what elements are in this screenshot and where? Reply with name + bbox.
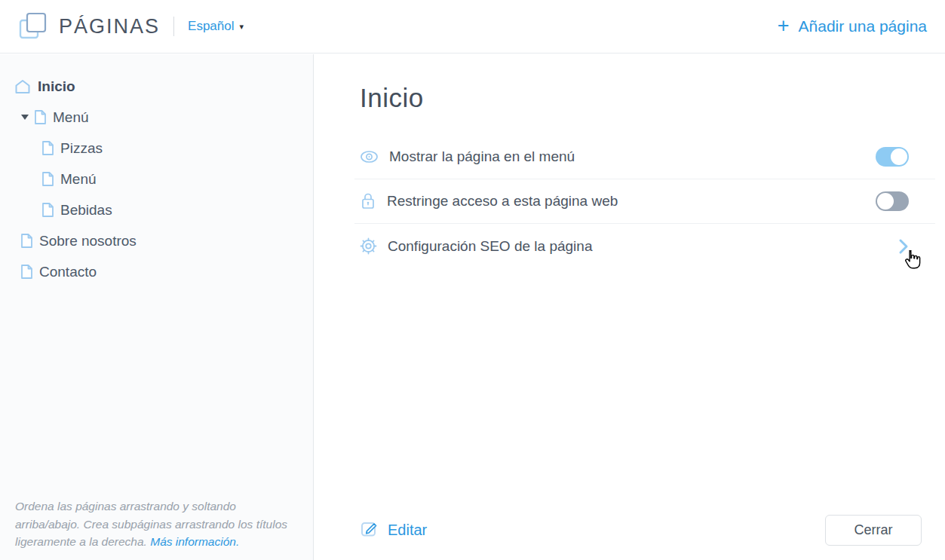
sidebar-item-label: Contacto (39, 264, 97, 280)
page-title: Inicio (360, 83, 424, 113)
sidebar-item-label: Sobre nosotros (39, 233, 137, 249)
setting-label: Restringe acceso a esta página web (387, 193, 618, 210)
sidebar-item-bebidas[interactable]: Bebidas (0, 194, 313, 225)
collapse-caret-icon[interactable] (21, 115, 29, 120)
page-tree: Inicio Menú Pizzas (0, 54, 313, 287)
page-icon (41, 171, 54, 187)
page-icon (20, 233, 33, 249)
language-label: Español (188, 19, 234, 34)
sidebar-item-label: Menú (60, 171, 97, 188)
lock-icon (359, 191, 377, 211)
sidebar-item-menu[interactable]: Menú (0, 102, 313, 133)
language-selector[interactable]: Español ▾ (188, 19, 244, 34)
eye-icon (359, 148, 379, 166)
plus-icon: + (778, 16, 790, 36)
add-page-label: Añadir una página (799, 17, 927, 35)
sidebar-item-label: Bebidas (60, 202, 112, 219)
add-page-button[interactable]: + Añadir una página (778, 17, 927, 37)
setting-row-seo[interactable]: Configuración SEO de la página (354, 224, 935, 268)
sidebar-item-inicio[interactable]: Inicio (0, 71, 313, 102)
page-settings-panel: Inicio Mostrar la página en el menú (314, 54, 945, 560)
sidebar-item-contacto[interactable]: Contacto (0, 256, 313, 287)
edit-label: Editar (388, 522, 427, 539)
settings-list: Mostrar la página en el menú Restringe a… (354, 135, 935, 268)
chevron-right-icon[interactable] (896, 237, 911, 256)
setting-row-restrict-access[interactable]: Restringe acceso a esta página web (354, 179, 935, 224)
toggle-show-in-menu[interactable] (876, 147, 909, 167)
title-separator (173, 17, 174, 36)
sidebar-item-label: Inicio (38, 78, 75, 95)
setting-row-show-in-menu[interactable]: Mostrar la página en el menú (354, 135, 935, 179)
pages-panel: PÁGINAS Español ▾ + Añadir una página In… (0, 0, 945, 560)
caret-down-icon: ▾ (239, 23, 244, 31)
pages-icon (18, 11, 48, 42)
setting-label: Configuración SEO de la página (388, 238, 592, 255)
edit-pencil-icon (360, 519, 379, 542)
sidebar-item-pizzas[interactable]: Pizzas (0, 133, 313, 164)
brand: PÁGINAS Español ▾ (18, 11, 244, 42)
gear-icon (359, 237, 378, 256)
page-icon (34, 109, 47, 125)
setting-label: Mostrar la página en el menú (389, 148, 575, 165)
toggle-restrict-access[interactable] (876, 191, 909, 211)
header: PÁGINAS Español ▾ + Añadir una página (0, 0, 945, 54)
edit-button[interactable]: Editar (360, 519, 427, 542)
sidebar-item-label: Menú (53, 109, 89, 126)
page-icon (41, 140, 54, 156)
app-title: PÁGINAS (59, 15, 160, 38)
toggle-knob (877, 193, 894, 210)
sidebar-item-label: Pizzas (60, 140, 103, 157)
close-button[interactable]: Cerrar (825, 515, 922, 546)
sidebar: Inicio Menú Pizzas (0, 54, 314, 560)
page-icon (20, 264, 33, 280)
sidebar-item-sobre-nosotros[interactable]: Sobre nosotros (0, 225, 313, 256)
sidebar-item-menu-sub[interactable]: Menú (0, 164, 313, 194)
home-icon (14, 78, 32, 96)
drag-help-text: Ordena las páginas arrastrando y soltand… (15, 497, 296, 551)
more-info-link[interactable]: Más información. (150, 535, 239, 548)
page-icon (41, 202, 54, 218)
toggle-knob (891, 148, 907, 165)
